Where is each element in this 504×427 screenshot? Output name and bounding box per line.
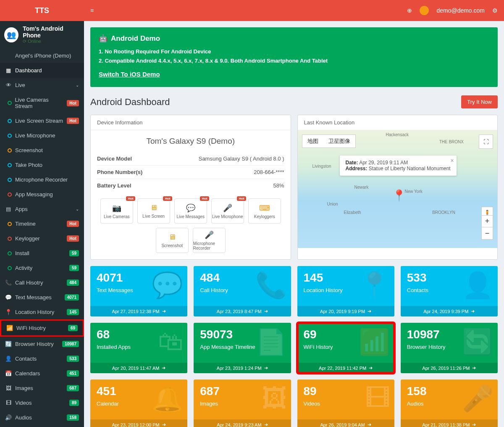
dashboard-tile[interactable]: 4071Text Messages💬Apr 27, 2019 12:38 PM➜ (90, 266, 187, 316)
sidebar-item[interactable]: 🎞Videos89 (0, 395, 84, 410)
tile-bg-icon: 🛍 (158, 327, 183, 356)
badge: 89 (69, 400, 79, 406)
tile-footer[interactable]: Apr 23, 2019 12:00 PM➜ (90, 419, 187, 427)
tool-button[interactable]: Hot🎤Live Microphone (211, 198, 244, 224)
dashboard-icon: ▦ (5, 67, 12, 74)
tool-button[interactable]: 🖥Screenshot (156, 228, 189, 253)
tool-button[interactable]: ⌨Keyloggers (248, 198, 281, 224)
hamburger-icon[interactable]: ≡ (90, 7, 94, 14)
map-label: BROOKLYN (432, 210, 455, 215)
device-row: Battery Level58% (97, 179, 284, 192)
android-icon[interactable]: ⊕ (407, 7, 412, 14)
sidebar-live-item[interactable]: Take Photo (0, 158, 84, 172)
tile-date: Apr 23, 2019 12:00 PM (112, 422, 160, 427)
sidebar-live[interactable]: 👁Live⌄ (0, 78, 84, 92)
tool-button[interactable]: Hot💬Live Messages (174, 198, 207, 224)
tile-footer[interactable]: Apr 24, 2019 9:39 PM➜ (401, 306, 498, 316)
tile-footer[interactable]: Apr 24, 2019 9:23 AM➜ (194, 419, 291, 427)
sidebar-item[interactable]: 📍Location History145 (0, 305, 84, 319)
sidebar-apps-item[interactable]: TimelineHot (0, 216, 84, 231)
tool-label: Live Microphone (212, 214, 243, 219)
dashboard-tile[interactable]: 68Installed Apps🛍Apr 20, 2019 11:47 AM➜ (90, 323, 187, 373)
tile-footer[interactable]: Apr 23, 2019 1:24 PM➜ (194, 363, 291, 373)
sidebar-live-item[interactable]: Microphone Recorder (0, 172, 84, 187)
badge: 451 (67, 370, 79, 377)
logo[interactable]: TTS (0, 0, 84, 21)
map-label: THE BRONX (439, 140, 464, 144)
banner-switch-link[interactable]: Switch To iOS Demo (99, 71, 160, 78)
page-header: Android Dashboard Try It Now (90, 95, 498, 108)
user-avatar[interactable] (420, 6, 429, 15)
dashboard-tile[interactable]: 158Audios🎤Apr 21, 2019 11:38 PM➜ (401, 380, 498, 427)
sidebar-item[interactable]: 📞Call Hisotry484 (0, 275, 84, 290)
map-zoom-control: + − (481, 215, 493, 240)
sidebar-item[interactable]: 🔊Audios158 (0, 410, 84, 425)
sidebar-live-item[interactable]: Screenshot (0, 143, 84, 158)
dashboard-tile[interactable]: 145Location History📍Apr 20, 2019 9:19 PM… (297, 266, 394, 316)
user-email[interactable]: demo@demo.com (436, 7, 485, 14)
tile-footer[interactable]: Apr 23, 2019 8:47 PM➜ (194, 306, 291, 316)
dashboard-tile[interactable]: 451Calendar🔔Apr 23, 2019 12:00 PM➜ (90, 380, 187, 427)
map[interactable]: 地图 卫星图像 ⛶ 🧍 + − × Date: Apr 29, 2019 9:1… (298, 130, 498, 248)
banner-lines: No Rooting Required For Android DeviceCo… (99, 47, 489, 66)
tool-button[interactable]: Hot📷Live Cameras (100, 198, 133, 224)
tool-button[interactable]: Hot🖥Live Screen (137, 198, 170, 224)
map-zoom-in[interactable]: + (482, 216, 493, 227)
profile-status: ⟳Online (23, 39, 80, 44)
sidebar-item[interactable]: 📶WiFi Hisotry69 (0, 319, 84, 337)
close-icon[interactable]: × (450, 157, 454, 164)
sidebar: TTS 👥 Tom's Android Phone ⟳Online Angel'… (0, 0, 84, 427)
sidebar-live-item[interactable]: Live Microphone (0, 128, 84, 143)
tile-date: Apr 23, 2019 1:24 PM (217, 366, 262, 371)
dashboard-tile[interactable]: 89Videos🎞Apr 26, 2019 9:04 AM➜ (297, 380, 394, 427)
tile-footer[interactable]: Apr 20, 2019 9:19 PM➜ (297, 306, 394, 316)
tool-icon: 📷 (112, 203, 121, 213)
sidebar-item[interactable]: 💬Text Messages4071 (0, 290, 84, 305)
profile-name: Tom's Android Phone (23, 25, 80, 39)
sidebar-apps[interactable]: ▤Apps⌄ (0, 202, 84, 216)
sidebar-demo-link[interactable]: Angel's iPhone (Demo) (0, 48, 84, 63)
sidebar-live-item[interactable]: App Messaging (0, 187, 84, 202)
map-marker-icon[interactable]: 📍 (392, 189, 406, 202)
map-type-control[interactable]: 地图 卫星图像 (302, 134, 356, 148)
tool-icon: 🎤 (205, 230, 214, 240)
map-label: Union (327, 202, 338, 206)
sidebar-live-item[interactable]: Live Cameras StreamHot (0, 92, 84, 113)
sidebar-apps-item[interactable]: Activity59 (0, 261, 84, 275)
try-it-now-button[interactable]: Try It Now (461, 95, 498, 108)
sidebar-live-item[interactable]: Live Screen StreamHot (0, 113, 84, 128)
tile-footer[interactable]: Apr 21, 2019 11:38 PM➜ (401, 419, 498, 427)
dashboard-tile[interactable]: 687Images🖼Apr 24, 2019 9:23 AM➜ (194, 380, 291, 427)
dashboard-tile[interactable]: 59073App Message Timeline📄Apr 23, 2019 1… (194, 323, 291, 373)
sidebar-item-label: App Messaging (15, 191, 53, 198)
dashboard-tile[interactable]: 10987Browser History🔄Apr 26, 2019 11:26 … (401, 323, 498, 373)
tile-footer[interactable]: Apr 27, 2019 12:38 PM➜ (90, 306, 187, 316)
tile-footer[interactable]: Apr 22, 2019 11:42 PM➜ (297, 363, 394, 373)
sidebar-item[interactable]: 🔄Browser Hisotry10987 (0, 337, 84, 351)
map-type-sat[interactable]: 卫星图像 (323, 135, 355, 148)
map-fullscreen-button[interactable]: ⛶ (479, 134, 493, 149)
map-zoom-out[interactable]: − (482, 227, 493, 239)
tile-footer[interactable]: Apr 26, 2019 11:26 PM➜ (401, 363, 498, 373)
sidebar-apps-item[interactable]: KeyloggerHot (0, 231, 84, 246)
sidebar-item-label: Screenshot (15, 147, 43, 153)
tool-button[interactable]: 🎤Microphone Recorder (193, 228, 226, 253)
profile-block: 👥 Tom's Android Phone ⟳Online (0, 21, 84, 48)
tile-footer[interactable]: Apr 26, 2019 9:04 AM➜ (297, 419, 394, 427)
tile-footer[interactable]: Apr 20, 2019 11:47 AM➜ (90, 363, 187, 373)
sidebar-item[interactable]: 👤Contacts533 (0, 351, 84, 366)
sidebar-apps-item[interactable]: Install59 (0, 246, 84, 261)
dashboard-tile[interactable]: 533Contacts👤Apr 24, 2019 9:39 PM➜ (401, 266, 498, 316)
map-type-map[interactable]: 地图 (302, 135, 323, 148)
dashboard-tile[interactable]: 484Call History📞Apr 23, 2019 8:47 PM➜ (194, 266, 291, 316)
arrow-right-icon: ➜ (264, 308, 268, 314)
sidebar-item[interactable]: 🖼Images687 (0, 381, 84, 395)
circle-icon (8, 134, 12, 138)
sidebar-dashboard[interactable]: ▦Dashboard (0, 63, 84, 78)
sidebar-item[interactable]: 📅Calendars451 (0, 366, 84, 381)
badge: 533 (67, 356, 79, 362)
gear-icon[interactable]: ⚙ (492, 7, 498, 14)
dashboard-tile[interactable]: 69WiFi History📶Apr 22, 2019 11:42 PM➜ (297, 323, 394, 373)
sidebar-item-label: Call Hisotry (15, 279, 43, 286)
badge: 59 (69, 250, 79, 256)
